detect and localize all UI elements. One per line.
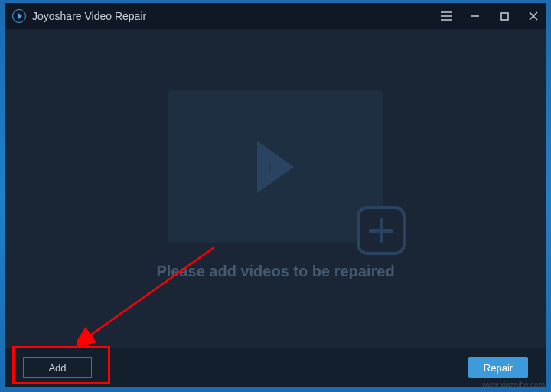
add-button[interactable]: Add — [23, 357, 92, 378]
app-title: Joyoshare Video Repair — [32, 10, 441, 22]
add-plus-icon[interactable] — [357, 206, 406, 255]
repair-button[interactable]: Repair — [468, 357, 528, 378]
close-icon[interactable] — [528, 11, 539, 21]
broken-video-icon — [257, 141, 294, 193]
titlebar: Joyoshare Video Repair — [5, 3, 546, 29]
footer-bar: Add Repair — [5, 348, 546, 387]
app-logo-icon — [12, 9, 26, 23]
crack-icon — [269, 90, 271, 243]
minimize-icon[interactable] — [470, 11, 481, 21]
maximize-icon[interactable] — [499, 11, 510, 21]
instruction-text: Please add videos to be repaired — [156, 263, 394, 280]
svg-rect-0 — [501, 13, 508, 20]
main-content: Please add videos to be repaired — [5, 29, 546, 348]
window-controls — [441, 11, 539, 21]
video-drop-zone[interactable] — [168, 90, 383, 243]
app-window: Joyoshare Video Repair Please add videos — [5, 3, 546, 387]
menu-icon[interactable] — [441, 11, 452, 21]
